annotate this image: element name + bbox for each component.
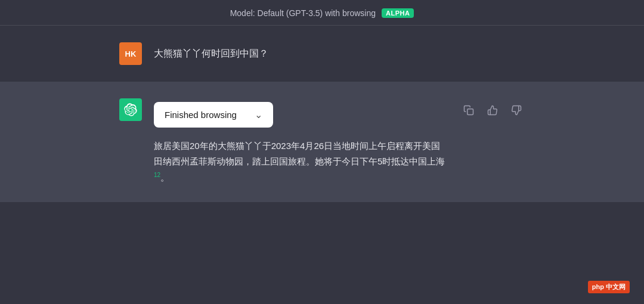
citation-superscript: 12 [154, 172, 160, 178]
openai-logo-icon [124, 103, 137, 116]
assistant-message-row: Finished browsing ⌄ 旅居美国20年的大熊猫丫丫于2023年4… [0, 82, 644, 202]
chevron-down-icon: ⌄ [255, 109, 262, 120]
user-message-text: 大熊猫丫丫何时回到中国？ [154, 48, 268, 58]
user-message-content: 大熊猫丫丫何时回到中国？ [154, 42, 525, 61]
watermark: php 中文网 [588, 281, 630, 293]
user-message-row: HK 大熊猫丫丫何时回到中国？ [0, 26, 644, 82]
assistant-message-content: Finished browsing ⌄ 旅居美国20年的大熊猫丫丫于2023年4… [154, 98, 448, 185]
svg-rect-0 [467, 109, 473, 115]
browsing-dropdown[interactable]: Finished browsing ⌄ [154, 102, 273, 128]
assistant-row-inner: Finished browsing ⌄ 旅居美国20年的大熊猫丫丫于2023年4… [119, 98, 525, 185]
message-actions [460, 98, 525, 119]
user-avatar: HK [119, 42, 142, 65]
thumbs-up-icon[interactable] [484, 102, 501, 119]
browsing-label: Finished browsing [165, 110, 237, 120]
copy-icon[interactable] [460, 102, 477, 119]
assistant-avatar [119, 98, 142, 121]
header: Model: Default (GPT-3.5) with browsing A… [0, 0, 644, 26]
thumbs-down-icon[interactable] [508, 102, 525, 119]
assistant-response-text: 旅居美国20年的大熊猫丫丫于2023年4月26日当地时间上午启程离开美国田纳西州… [154, 138, 448, 185]
alpha-badge: ALPHA [382, 8, 414, 18]
chat-container: HK 大熊猫丫丫何时回到中国？ Finished browsing ⌄ [0, 26, 644, 202]
model-label: Model: Default (GPT-3.5) with browsing [230, 8, 376, 18]
